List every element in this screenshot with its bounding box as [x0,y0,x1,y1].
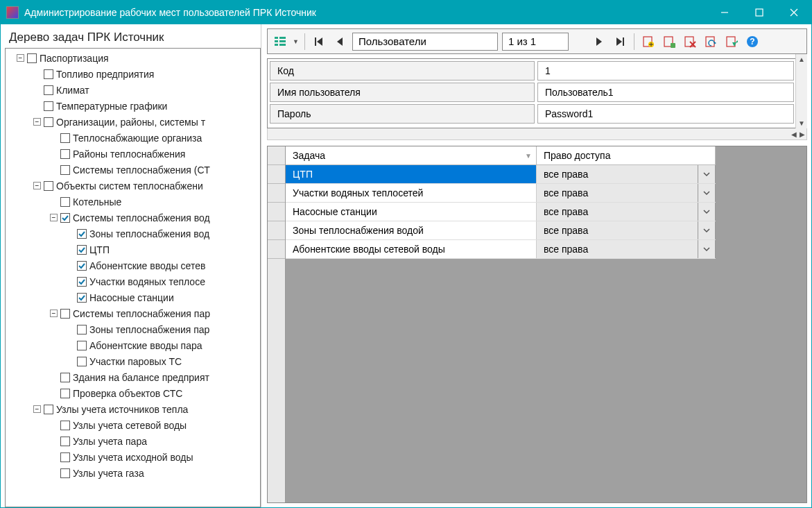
tree-row[interactable]: Участки паровых ТС [7,353,260,369]
tree-checkbox[interactable] [44,69,53,79]
tree-checkbox[interactable] [77,325,87,335]
tree-toggle[interactable]: − [33,118,41,126]
tree-checkbox[interactable] [60,165,70,175]
tree-row[interactable]: Узлы учета сетевой воды [7,417,260,433]
form-value[interactable]: 1 [537,61,794,81]
tree-checkbox[interactable] [77,357,87,366]
tree-checkbox[interactable] [60,133,70,143]
form-value[interactable]: Password1 [537,104,794,124]
grid-cell-right[interactable]: все права [537,165,698,183]
tree-row[interactable]: −Организации, районы, системы т [7,114,260,130]
grid-cell-task[interactable]: Насосные станции [286,203,537,221]
tree-row[interactable]: −Объекты систем теплоснабжени [7,178,260,194]
help-button[interactable]: ? [744,33,761,50]
position-field[interactable]: 1 из 1 [502,33,569,51]
nav-first-button[interactable] [311,33,327,50]
tree-row[interactable]: Насосные станции [7,289,260,305]
nav-next-button[interactable] [591,33,607,50]
tree-row[interactable]: Котельные [7,194,260,210]
tree-checkbox[interactable] [44,181,53,191]
tree-checkbox[interactable] [60,452,70,462]
grid-cell-right[interactable]: все права [537,203,698,221]
add-button[interactable] [640,33,657,50]
tree-checkbox[interactable] [44,117,53,127]
tree-toggle[interactable]: − [33,182,41,189]
close-button[interactable] [777,1,811,24]
table-row[interactable]: Абонентские вводы сетевой водывсе права [286,240,716,259]
grid-cell-right[interactable]: все права [537,240,698,258]
tree-checkbox[interactable] [60,149,70,159]
tree-row[interactable]: −Паспортизация [7,50,260,66]
tree-checkbox[interactable] [77,293,87,303]
view-icon[interactable] [272,33,288,50]
tree-row[interactable]: Топливо предприятия [7,66,260,82]
titlebar[interactable]: Администрирование рабочих мест пользоват… [1,1,811,24]
refresh-button[interactable] [702,33,719,50]
tree-checkbox[interactable] [60,197,70,207]
nav-last-button[interactable] [612,33,628,50]
tree-toggle[interactable]: − [50,214,58,221]
tree-checkbox[interactable] [44,85,53,95]
tree-row[interactable]: −Системы теплоснабжения вод [7,210,260,226]
dropdown-button[interactable] [698,203,716,221]
tree-checkbox[interactable] [60,468,70,478]
grid-header-task[interactable]: Задача▼ [286,146,537,164]
tree-checkbox[interactable] [60,389,70,398]
grid-cell-right[interactable]: все права [537,221,698,239]
grid-cell-task[interactable]: Участки водяных теплосетей [286,184,537,202]
grid-cell-task[interactable]: Абонентские вводы сетевой воды [286,240,537,258]
tree-row[interactable]: −Системы теплоснабжения пар [7,305,260,321]
tree-checkbox[interactable] [44,405,53,414]
tree-row[interactable]: Районы теплоснабжения [7,146,260,162]
grid-cell-task[interactable]: ЦТП [286,165,537,183]
table-row[interactable]: ЦТПвсе права [286,165,716,184]
tree-row[interactable]: Системы теплоснабжения (СТ [7,162,260,178]
tree-row[interactable]: Участки водяных теплосе [7,273,260,289]
tree-row[interactable]: Абонентские вводы пара [7,337,260,353]
form-hscroll[interactable]: ◀▶ [267,128,807,140]
minimize-button[interactable] [707,1,742,24]
tree-row[interactable]: Зоны теплоснабжения пар [7,321,260,337]
tree-checkbox[interactable] [60,421,70,430]
table-row[interactable]: Зоны теплоснабжения водойвсе права [286,221,716,240]
tree-checkbox[interactable] [77,245,87,255]
form-value[interactable]: Пользователь1 [537,83,794,102]
form-vscroll[interactable]: ▲▼ [795,54,807,128]
tree-checkbox[interactable] [60,373,70,382]
tree-checkbox[interactable] [27,53,37,63]
tree-row[interactable]: Проверка объектов СТС [7,385,260,401]
tree-row[interactable]: Зоны теплоснабжения вод [7,226,260,242]
dropdown-button[interactable] [698,184,716,202]
tree-toggle[interactable]: − [17,54,24,62]
tree-row[interactable]: ЦТП [7,242,260,257]
save-button[interactable] [661,33,677,50]
tree-row[interactable]: Климат [7,82,260,98]
dropdown-button[interactable] [698,165,716,183]
delete-button[interactable] [682,33,698,50]
tree-row[interactable]: Узлы учета исходной воды [7,449,260,465]
tree-row[interactable]: −Узлы учета источников тепла [7,401,260,417]
tree-toggle[interactable]: − [50,310,58,317]
tree-toggle[interactable]: − [33,405,41,413]
tree-checkbox[interactable] [77,341,87,350]
tree-checkbox[interactable] [60,309,70,319]
dropdown-button[interactable] [698,240,716,258]
table-row[interactable]: Насосные станциивсе права [286,203,716,221]
tree-checkbox[interactable] [60,437,70,446]
maximize-button[interactable] [742,1,777,24]
tree-row[interactable]: Теплоснабжающие организа [7,130,260,146]
tree-row[interactable]: Температурные графики [7,98,260,114]
tree-checkbox[interactable] [77,277,87,287]
grid-cell-task[interactable]: Зоны теплоснабжения водой [286,221,537,239]
tree-checkbox[interactable] [77,229,87,239]
entity-name-field[interactable]: Пользователи [352,33,498,51]
nav-prev-button[interactable] [331,33,348,50]
dropdown-button[interactable] [698,221,716,239]
tree-checkbox[interactable] [44,101,53,111]
tree-checkbox[interactable] [60,213,70,223]
table-row[interactable]: Участки водяных теплосетейвсе права [286,184,716,203]
tree-checkbox[interactable] [77,261,87,271]
tree-row[interactable]: Узлы учета газа [7,465,260,481]
tree-row[interactable]: Узлы учета пара [7,433,260,449]
tree-row[interactable]: Здания на балансе предприят [7,369,260,385]
